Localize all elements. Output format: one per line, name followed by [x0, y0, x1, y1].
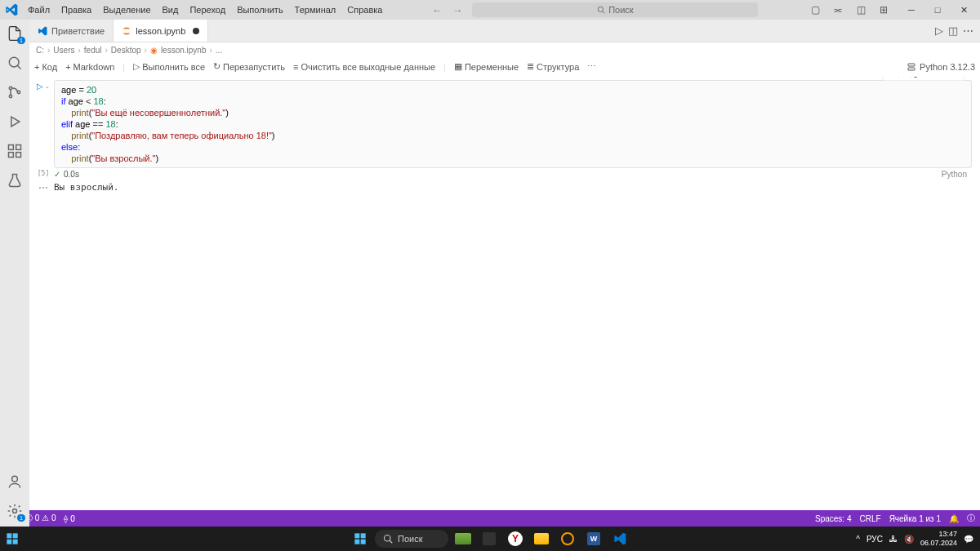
svg-rect-10	[9, 153, 14, 158]
layout-customize-icon[interactable]: ⊞	[875, 2, 892, 18]
tab-lesson-notebook[interactable]: lesson.ipynb	[114, 20, 208, 42]
restart-kernel-button[interactable]: ↻ Перезапустить	[213, 61, 285, 72]
more-toolbar-button[interactable]: ⋯	[587, 61, 596, 72]
menu-item[interactable]: Терминал	[290, 3, 341, 16]
run-cell-icon[interactable]: ▷	[935, 24, 943, 37]
settings-icon[interactable]: 1	[6, 502, 24, 520]
extensions-icon[interactable]	[6, 142, 24, 160]
notebook-toolbar: + Код + Markdown | ▷ Выполнить все ↻ Пер…	[29, 57, 980, 77]
app-icon-4[interactable]	[556, 527, 579, 550]
outline-button[interactable]: ≣ Структура	[527, 61, 579, 72]
svg-line-25	[390, 540, 392, 543]
menu-item[interactable]: Выделение	[98, 3, 155, 16]
add-markdown-cell-button[interactable]: + Markdown	[65, 62, 114, 72]
svg-point-12	[12, 476, 18, 482]
cell-more-icon[interactable]: ⋯	[936, 77, 946, 78]
window-minimize-button[interactable]: ─	[898, 0, 924, 20]
taskbar-app-2[interactable]	[478, 527, 501, 550]
tray-network-icon[interactable]: 🖧	[889, 535, 898, 544]
menu-item[interactable]: Файл	[23, 3, 55, 16]
more-tab-actions-icon[interactable]: ⋯	[963, 24, 973, 37]
cell-execute-above-icon[interactable]: ▷̱	[911, 77, 918, 78]
run-cell-button[interactable]: ▷⌄	[37, 82, 50, 91]
tray-language[interactable]: РУС	[866, 535, 883, 544]
menu-item[interactable]: Справка	[342, 3, 387, 16]
kernel-selector[interactable]: Python 3.12.3	[906, 62, 975, 72]
svg-line-3	[17, 65, 20, 69]
status-bar: ⇄ ⓧ 0 ⚠ 0 ⟠ 0 Spaces: 4 CRLF Ячейка 1 из…	[0, 510, 980, 527]
window-close-button[interactable]: ✕	[951, 0, 977, 20]
svg-point-24	[385, 535, 391, 542]
cell-split-icon[interactable]: ⊟	[923, 77, 931, 78]
breadcrumb-segment[interactable]: Users	[53, 46, 74, 55]
layout-toggle-3-icon[interactable]: ◫	[853, 2, 869, 18]
testing-icon[interactable]	[6, 171, 24, 189]
ports-button[interactable]: ⟠ 0	[64, 514, 74, 523]
tray-volume-icon[interactable]: 🔇	[904, 535, 914, 544]
run-debug-icon[interactable]	[6, 113, 24, 131]
file-explorer-icon[interactable]	[530, 527, 553, 550]
tab-label: Приветствие	[51, 26, 105, 36]
nav-forward-button[interactable]: →	[448, 2, 466, 18]
cell-execute-icon[interactable]: ▷	[898, 77, 906, 78]
menu-item[interactable]: Правка	[56, 3, 96, 16]
spaces-indicator[interactable]: Spaces: 4	[815, 514, 851, 523]
execution-count: [5]	[33, 170, 54, 179]
cell-delete-icon[interactable]: 🗑	[951, 77, 960, 78]
code-cell[interactable]: ⧉ ▷ ▷̱ ⊟ ⋯ 🗑 age = 20if age < 18: print(…	[54, 80, 972, 168]
svg-rect-16	[7, 533, 11, 538]
menu-item[interactable]: Переход	[185, 3, 230, 16]
tray-clock[interactable]: 13:47 06.07.2024	[920, 530, 957, 548]
breadcrumb[interactable]: C:›Users›fedul›Desktop›◉ lesson.ipynb›..…	[29, 42, 980, 57]
taskbar-app-1[interactable]	[452, 527, 474, 550]
cell-position-indicator[interactable]: Ячейка 1 из 1	[889, 514, 941, 523]
server-icon	[906, 62, 916, 72]
notifications-icon[interactable]: 🔔	[949, 514, 959, 523]
tray-notifications-icon[interactable]: 💬	[964, 535, 973, 544]
prettier-icon[interactable]: ⓘ	[967, 513, 975, 524]
split-editor-icon[interactable]: ◫	[948, 24, 958, 37]
eol-indicator[interactable]: CRLF	[860, 514, 881, 523]
tab-welcome[interactable]: Приветствие	[29, 20, 114, 42]
svg-rect-18	[7, 540, 11, 544]
yandex-app-icon[interactable]: Y	[504, 527, 527, 550]
breadcrumb-segment[interactable]: fedul	[84, 46, 102, 55]
check-icon: ✓	[54, 170, 60, 179]
cell-language-label[interactable]: Python	[942, 170, 980, 179]
svg-rect-17	[13, 533, 18, 538]
breadcrumb-segment[interactable]: C:	[36, 46, 44, 55]
svg-point-5	[9, 95, 11, 97]
explorer-icon[interactable]: 1	[6, 24, 24, 42]
accounts-icon[interactable]	[6, 473, 24, 491]
output-options-icon[interactable]: ⋯	[33, 182, 54, 193]
start-button[interactable]	[349, 527, 372, 550]
add-code-cell-button[interactable]: + Код	[34, 62, 57, 72]
source-control-icon[interactable]	[6, 83, 24, 101]
variables-button[interactable]: ▦ Переменные	[454, 61, 519, 72]
code-line: print("Вы ещё несовершеннолетний.")	[61, 107, 964, 118]
nav-back-button[interactable]: ←	[428, 2, 445, 18]
vscode-logo-icon	[5, 3, 18, 16]
command-search-input[interactable]: Поиск	[472, 2, 758, 17]
cell-output: Вы взрослый.	[54, 182, 118, 193]
window-maximize-button[interactable]: □	[924, 0, 951, 20]
activity-bar: 1 1	[0, 20, 29, 528]
menu-item[interactable]: Вид	[158, 3, 184, 16]
breadcrumb-segment[interactable]: Desktop	[111, 46, 141, 55]
layout-toggle-2-icon[interactable]: ⫘	[830, 2, 846, 18]
run-all-button[interactable]: ▷ Выполнить все	[133, 61, 205, 72]
jupyter-icon	[122, 26, 131, 36]
layout-toggle-1-icon[interactable]: ▢	[807, 2, 823, 18]
clear-outputs-button[interactable]: ≡ Очистить все выходные данные	[293, 62, 435, 72]
menu-item[interactable]: Выполнить	[232, 3, 287, 16]
widgets-button[interactable]	[0, 527, 24, 551]
search-panel-icon[interactable]	[6, 54, 24, 72]
taskbar-search[interactable]: Поиск	[375, 530, 448, 548]
word-app-icon[interactable]: W	[582, 527, 605, 550]
cell-toolbar: ⧉ ▷ ▷̱ ⊟ ⋯ 🗑	[882, 77, 964, 81]
tray-chevron-icon[interactable]: ^	[856, 535, 860, 544]
vscode-app-icon[interactable]	[608, 527, 631, 550]
cell-run-by-line-icon[interactable]: ⧉	[886, 77, 893, 78]
breadcrumb-segment[interactable]: ...	[216, 46, 222, 55]
breadcrumb-segment[interactable]: lesson.ipynb	[161, 46, 207, 55]
